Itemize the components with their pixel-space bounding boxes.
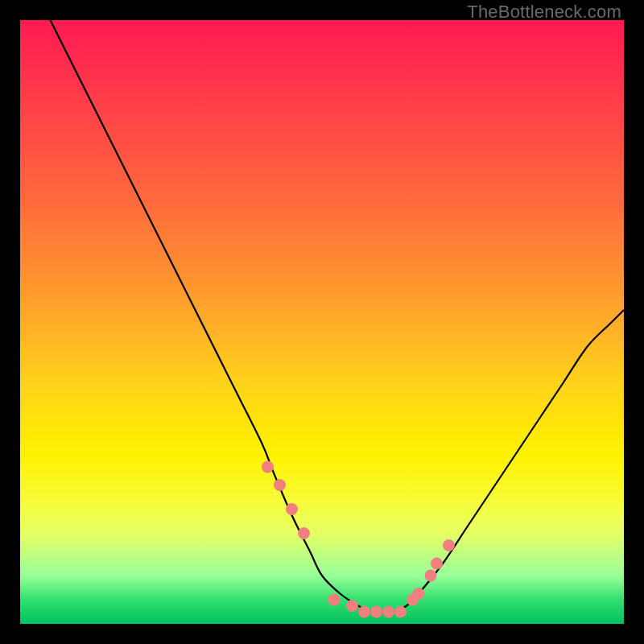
curve-marker bbox=[370, 606, 382, 618]
gradient-background bbox=[20, 20, 624, 624]
curve-marker bbox=[286, 503, 298, 515]
plot-area bbox=[20, 20, 624, 624]
curve-marker bbox=[382, 606, 394, 618]
curve-marker bbox=[262, 461, 274, 473]
curve-marker bbox=[394, 606, 407, 618]
curve-marker bbox=[431, 558, 443, 570]
curve-marker bbox=[443, 539, 455, 551]
curve-marker bbox=[328, 594, 341, 606]
curve-marker bbox=[298, 527, 310, 539]
chart-svg bbox=[20, 20, 624, 624]
chart-frame: TheBottleneck.com bbox=[0, 0, 644, 644]
curve-marker bbox=[346, 600, 358, 612]
curve-marker bbox=[425, 570, 437, 582]
curve-marker bbox=[358, 606, 370, 618]
curve-marker bbox=[413, 588, 425, 600]
curve-marker bbox=[274, 479, 286, 491]
